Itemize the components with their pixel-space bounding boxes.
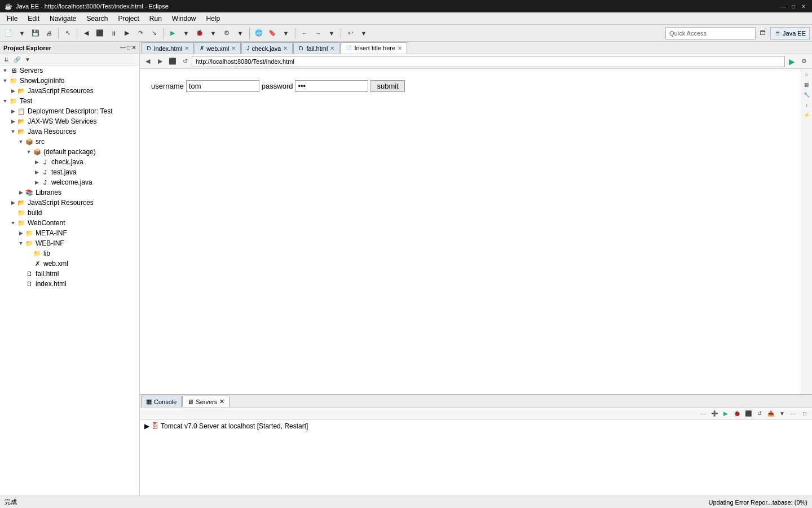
bottom-min-btn[interactable]: — <box>788 409 798 419</box>
editor-tab-fail.html[interactable]: 🗋fail.html✕ <box>293 42 339 54</box>
url-input[interactable]: http://localhost:8080/Test/index.html <box>192 56 785 67</box>
toolbar-step-over-btn[interactable]: ↷ <box>134 27 147 40</box>
bottom-menu-btn[interactable]: ▼ <box>777 409 787 419</box>
tree-item-javascript-resources[interactable]: ▶📂JavaScript Resources <box>0 198 139 208</box>
menu-help[interactable]: Help <box>202 14 225 24</box>
tree-item-(default-package)[interactable]: ▼📦(default package) <box>0 147 139 157</box>
tab-close-icon[interactable]: ✕ <box>184 45 189 51</box>
toolbar-navigate-dd-btn[interactable]: ▼ <box>280 27 292 40</box>
bottom-new-server-btn[interactable]: ➕ <box>709 409 720 419</box>
bottom-stop-btn[interactable]: ⬛ <box>743 409 753 419</box>
bottom-publish-btn[interactable]: 📤 <box>766 409 776 419</box>
toolbar-ext-dd-btn[interactable]: ▼ <box>234 27 246 40</box>
toolbar-bookmark-btn[interactable]: 🔖 <box>266 27 279 40</box>
tree-item-check.java[interactable]: ▶Jcheck.java <box>0 157 139 167</box>
tree-item-libraries[interactable]: ▶📚Libraries <box>0 187 139 198</box>
bottom-max-btn[interactable]: □ <box>800 409 810 419</box>
console-tab[interactable]: ▦ Console <box>141 396 182 407</box>
menu-window[interactable]: Window <box>167 14 201 24</box>
tree-item-deployment-descriptor:-test[interactable]: ▶📋Deployment Descriptor: Test <box>0 106 139 116</box>
tree-item-java-resources[interactable]: ▼📂Java Resources <box>0 126 139 137</box>
menu-run[interactable]: Run <box>145 14 166 24</box>
menu-project[interactable]: Project <box>113 14 143 24</box>
tree-item-src[interactable]: ▼📦src <box>0 137 139 147</box>
editor-tab-index.html[interactable]: 🗋index.html✕ <box>141 42 194 54</box>
sidebar-maximize-icon[interactable]: □ <box>127 45 130 51</box>
rg-btn-1[interactable]: ⌂ <box>802 70 811 79</box>
toolbar-nav-dd-btn[interactable]: ▼ <box>325 27 338 40</box>
tree-item-webcontent[interactable]: ▼📁WebContent <box>0 218 139 228</box>
tree-item-showlogininfo[interactable]: ▼📁ShowLoginInfo <box>0 76 139 86</box>
link-with-editor-btn[interactable]: 🔗 <box>12 55 22 65</box>
maximize-button[interactable]: □ <box>789 2 797 10</box>
collapse-all-btn[interactable]: ⇊ <box>1 55 11 65</box>
toolbar-perspective-btn[interactable]: 🗖 <box>757 27 769 40</box>
password-input[interactable] <box>295 80 368 92</box>
server-item[interactable]: ▶ 🗄 Tomcat v7.0 Server at localhost [Sta… <box>142 421 810 431</box>
toolbar-back-btn[interactable]: ← <box>298 27 311 40</box>
sidebar-menu-btn[interactable]: ▼ <box>23 55 33 65</box>
java-ee-perspective-btn[interactable]: ☕ Java EE <box>770 27 810 40</box>
tree-item-fail.html[interactable]: 🗋fail.html <box>0 269 139 279</box>
tree-item-welcome.java[interactable]: ▶Jwelcome.java <box>0 177 139 187</box>
toolbar-cursor-btn[interactable]: ↖ <box>61 27 74 40</box>
tree-item-test.java[interactable]: ▶Jtest.java <box>0 167 139 177</box>
menu-file[interactable]: File <box>2 14 22 24</box>
toolbar-ext-btn[interactable]: ⚙ <box>220 27 233 40</box>
tree-item-web.xml[interactable]: ✗web.xml <box>0 259 139 269</box>
tree-item-meta-inf[interactable]: ▶📁META-INF <box>0 228 139 238</box>
tab-close-icon[interactable]: ✕ <box>283 45 288 51</box>
sidebar-close-icon[interactable]: ✕ <box>131 45 136 51</box>
minimize-button[interactable]: — <box>779 2 787 10</box>
toolbar-run-dd-btn[interactable]: ▼ <box>180 27 192 40</box>
quick-access-input[interactable]: Quick Access <box>665 27 756 40</box>
toolbar-run-btn[interactable]: ▶ <box>166 27 179 40</box>
sidebar-minimize-icon[interactable]: — <box>120 45 126 51</box>
browser-refresh-btn[interactable]: ↺ <box>179 56 191 67</box>
tree-item-jax-ws-web-services[interactable]: ▶📂JAX-WS Web Services <box>0 116 139 126</box>
rg-btn-4[interactable]: ↕ <box>802 100 811 110</box>
editor-tab-check.java[interactable]: Jcheck.java✕ <box>241 42 293 54</box>
toolbar-stop-btn[interactable]: ⬛ <box>94 27 106 40</box>
toolbar-globe-btn[interactable]: 🌐 <box>253 27 265 40</box>
servers-tab-close[interactable]: ✕ <box>219 398 224 405</box>
toolbar-undo-btn[interactable]: ↩ <box>344 27 356 40</box>
menu-navigate[interactable]: Navigate <box>45 14 81 24</box>
tree-item-build[interactable]: 📁build <box>0 208 139 218</box>
menu-edit[interactable]: Edit <box>23 14 44 24</box>
toolbar-step-into-btn[interactable]: ↘ <box>148 27 160 40</box>
bottom-start-btn[interactable]: ▶ <box>721 409 731 419</box>
tree-item-servers[interactable]: ▼🖥Servers <box>0 65 139 76</box>
editor-tab-web.xml[interactable]: ✗web.xml✕ <box>195 42 241 54</box>
editor-tab-insert-title-here[interactable]: 📄Insert title here✕ <box>340 42 407 54</box>
browser-stop-btn[interactable]: ⬛ <box>167 56 178 67</box>
toolbar-pause-btn[interactable]: ⏸ <box>107 27 120 40</box>
tab-close-icon[interactable]: ✕ <box>231 45 236 51</box>
servers-tab[interactable]: 🖥 Servers ✕ <box>182 396 230 407</box>
toolbar-debug-dd-btn[interactable]: ▼ <box>207 27 219 40</box>
tab-close-icon[interactable]: ✕ <box>398 45 402 51</box>
tree-item-javascript-resources[interactable]: ▶📂JavaScript Resources <box>0 86 139 96</box>
tree-item-test[interactable]: ▼📁Test <box>0 96 139 106</box>
bottom-debug-btn[interactable]: 🐞 <box>732 409 742 419</box>
toolbar-debug-btn[interactable]: 🐞 <box>193 27 206 40</box>
close-button[interactable]: ✕ <box>800 2 807 10</box>
server-expand-icon[interactable]: ▶ <box>144 422 149 430</box>
toolbar-forward-btn[interactable]: → <box>312 27 324 40</box>
toolbar-undo-dd-btn[interactable]: ▼ <box>358 27 370 40</box>
toolbar-prev-btn[interactable]: ◀ <box>80 27 92 40</box>
tree-item-web-inf[interactable]: ▼📁WEB-INF <box>0 238 139 248</box>
bottom-minimize-btn[interactable]: — <box>698 409 708 419</box>
toolbar-print-btn[interactable]: 🖨 <box>43 27 55 40</box>
browser-forward-btn[interactable]: ▶ <box>155 56 166 67</box>
submit-button[interactable]: submit <box>370 80 404 92</box>
browser-go-btn[interactable]: ▶ <box>786 56 797 67</box>
tree-item-lib[interactable]: 📁lib <box>0 248 139 259</box>
rg-btn-2[interactable]: ▦ <box>802 80 811 89</box>
username-input[interactable] <box>186 80 259 92</box>
toolbar-resume-btn[interactable]: ▶ <box>121 27 133 40</box>
rg-btn-5[interactable]: ⚡ <box>802 111 811 120</box>
toolbar-save-btn[interactable]: 💾 <box>29 27 42 40</box>
toolbar-new-btn[interactable]: 📄 <box>2 27 15 40</box>
toolbar-dropdown-btn[interactable]: ▼ <box>16 27 28 40</box>
